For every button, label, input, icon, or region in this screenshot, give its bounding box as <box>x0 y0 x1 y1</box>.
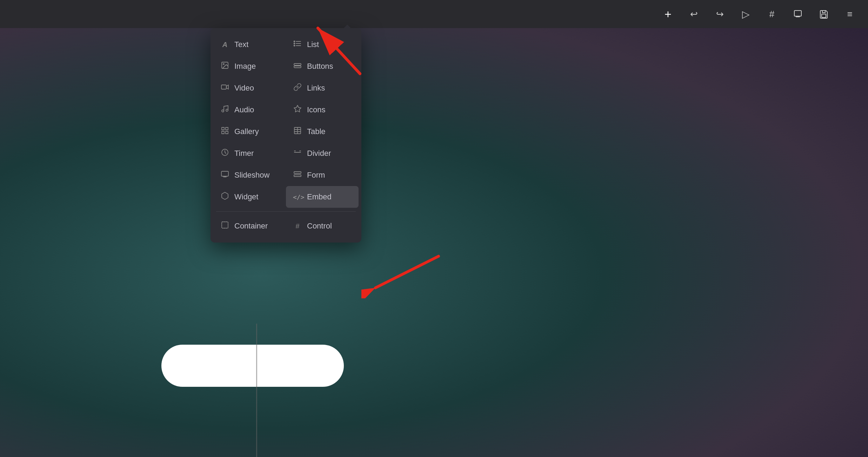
white-shape <box>161 345 344 387</box>
slideshow-label: Slideshow <box>234 171 269 180</box>
table-label: Table <box>307 127 326 136</box>
svg-rect-16 <box>221 85 226 89</box>
play-button[interactable]: ▷ <box>738 6 754 22</box>
svg-rect-15 <box>294 66 301 68</box>
menu-item-form[interactable]: Form <box>286 164 359 186</box>
menu-grid-bottom: Container # Control <box>211 215 361 237</box>
svg-point-18 <box>222 110 224 112</box>
control-icon: # <box>293 222 302 230</box>
container-label: Container <box>234 221 268 231</box>
image-icon <box>220 61 229 72</box>
widget-label: Widget <box>234 192 258 201</box>
widget-icon <box>220 192 229 202</box>
menu-item-embed[interactable]: </> Embed <box>286 186 359 208</box>
menu-item-video[interactable]: Video <box>213 77 286 99</box>
svg-rect-21 <box>222 127 224 130</box>
menu-item-divider[interactable]: Divider <box>286 143 359 164</box>
divider-label: Divider <box>307 149 331 158</box>
icons-label: Icons <box>307 105 326 114</box>
svg-rect-24 <box>222 131 224 134</box>
embed-icon: </> <box>293 193 302 201</box>
gallery-label: Gallery <box>234 127 259 136</box>
audio-icon <box>220 105 229 115</box>
slideshow-icon <box>220 170 229 180</box>
form-icon <box>293 170 302 180</box>
svg-rect-3 <box>822 14 826 18</box>
svg-rect-36 <box>294 172 301 173</box>
svg-rect-38 <box>222 222 228 228</box>
svg-marker-17 <box>226 85 228 89</box>
list-label: List <box>307 40 319 49</box>
text-label: Text <box>234 40 248 49</box>
menu-grid: A Text List Image Buttons Video <box>211 34 361 208</box>
image-label: Image <box>234 62 256 71</box>
menu-item-icons[interactable]: Icons <box>286 99 359 121</box>
svg-point-13 <box>223 64 224 65</box>
svg-point-9 <box>294 41 295 42</box>
divider-icon <box>293 148 302 159</box>
hash-button[interactable]: # <box>764 6 780 22</box>
svg-rect-33 <box>221 171 228 176</box>
menu-item-text[interactable]: A Text <box>213 34 286 55</box>
vertical-line <box>256 324 257 457</box>
menu-item-timer[interactable]: Timer <box>213 143 286 164</box>
video-label: Video <box>234 84 254 93</box>
container-icon <box>220 221 229 231</box>
menu-item-buttons[interactable]: Buttons <box>286 55 359 77</box>
icons-icon <box>293 105 302 115</box>
svg-rect-4 <box>822 11 825 13</box>
undo-button[interactable]: ↩ <box>686 6 702 22</box>
menu-item-widget[interactable]: Widget <box>213 186 286 208</box>
links-label: Links <box>307 84 325 93</box>
canvas-area <box>0 28 868 457</box>
gallery-icon <box>220 126 229 137</box>
menu-item-list[interactable]: List <box>286 34 359 55</box>
menu-item-image[interactable]: Image <box>213 55 286 77</box>
redo-button[interactable]: ↪ <box>712 6 728 22</box>
table-icon <box>293 126 302 137</box>
menu-item-links[interactable]: Links <box>286 77 359 99</box>
links-icon <box>293 83 302 93</box>
toolbar: + ↩ ↪ ▷ # ≡ <box>0 0 868 28</box>
menu-divider <box>216 211 356 212</box>
timer-label: Timer <box>234 149 254 158</box>
buttons-icon <box>293 61 302 72</box>
svg-marker-20 <box>294 105 301 112</box>
timer-icon <box>220 148 229 159</box>
list-icon <box>293 39 302 50</box>
menu-item-container[interactable]: Container <box>213 215 286 237</box>
menu-button[interactable]: ≡ <box>842 6 857 22</box>
menu-item-table[interactable]: Table <box>286 121 359 143</box>
menu-item-slideshow[interactable]: Slideshow <box>213 164 286 186</box>
save-button[interactable] <box>816 6 832 22</box>
svg-rect-14 <box>294 64 301 65</box>
audio-label: Audio <box>234 105 254 114</box>
svg-rect-23 <box>226 131 228 134</box>
text-icon: A <box>220 41 229 49</box>
embed-label: Embed <box>307 192 332 201</box>
svg-rect-37 <box>294 175 301 177</box>
menu-item-audio[interactable]: Audio <box>213 99 286 121</box>
menu-item-gallery[interactable]: Gallery <box>213 121 286 143</box>
control-label: Control <box>307 221 332 231</box>
svg-rect-0 <box>794 11 801 16</box>
buttons-label: Buttons <box>307 62 333 71</box>
svg-point-11 <box>294 45 295 46</box>
video-icon <box>220 83 229 93</box>
form-label: Form <box>307 171 325 180</box>
svg-point-10 <box>294 43 295 44</box>
device-button[interactable] <box>790 6 806 22</box>
svg-rect-22 <box>226 127 228 130</box>
menu-item-control[interactable]: # Control <box>286 215 359 237</box>
add-menu-dropdown: A Text List Image Buttons Video <box>211 28 361 243</box>
add-button[interactable]: + <box>660 6 676 22</box>
